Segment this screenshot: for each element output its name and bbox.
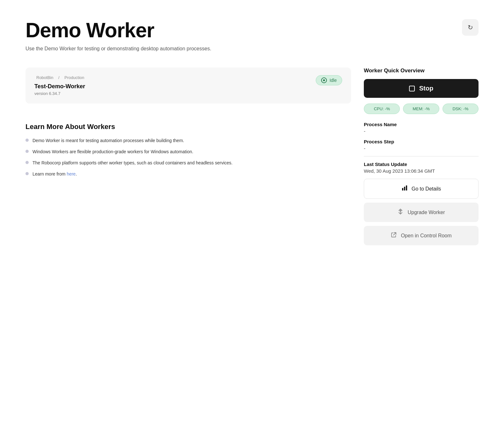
bullet-dot bbox=[25, 172, 29, 175]
page-subtitle: Use the Demo Worker for testing or demon… bbox=[25, 46, 211, 52]
go-to-details-button[interactable]: Go to Details bbox=[364, 179, 479, 199]
stop-button[interactable]: Stop bbox=[364, 79, 479, 98]
bullet-dot bbox=[25, 150, 29, 153]
bullet-text-2: Windows Workers are flexible production-… bbox=[32, 148, 193, 155]
learn-more-section: Learn More About Workers Demo Worker is … bbox=[25, 123, 351, 177]
bullet-list: Demo Worker is meant for testing automat… bbox=[25, 137, 351, 177]
refresh-icon: ↻ bbox=[468, 24, 473, 31]
divider bbox=[364, 156, 479, 156]
list-item: Windows Workers are flexible production-… bbox=[25, 148, 351, 155]
last-status-label: Last Status Update bbox=[364, 162, 479, 167]
open-control-room-button[interactable]: Open in Control Room bbox=[364, 226, 479, 245]
process-name-value: - bbox=[364, 128, 479, 134]
bullet-text-3: The Robocorp platform supports other wor… bbox=[32, 160, 233, 166]
page-title: Demo Worker bbox=[25, 19, 211, 41]
refresh-button[interactable]: ↻ bbox=[462, 19, 479, 36]
worker-name: Test-Demo-Worker bbox=[34, 83, 86, 90]
right-panel: Worker Quick Overview Stop CPU: -% MEM: … bbox=[364, 68, 479, 249]
main-content: RobotBin / Production Test-Demo-Worker v… bbox=[25, 68, 479, 249]
info-section: Process Name - Process Step - Last Statu… bbox=[364, 122, 479, 174]
metrics-row: CPU: -% MEM: -% DSK: -% bbox=[364, 104, 479, 114]
breadcrumb-root: RobotBin bbox=[36, 75, 53, 80]
bullet-text-1: Demo Worker is meant for testing automat… bbox=[32, 137, 184, 144]
last-status-value: Wed, 30 Aug 2023 13:06:34 GMT bbox=[364, 168, 479, 174]
bullet-dot bbox=[25, 139, 29, 142]
page-header: Demo Worker Use the Demo Worker for test… bbox=[25, 19, 479, 52]
breadcrumb-separator: / bbox=[58, 75, 60, 80]
learn-more-link[interactable]: here bbox=[67, 171, 76, 176]
idle-icon bbox=[321, 77, 327, 83]
list-item: Demo Worker is meant for testing automat… bbox=[25, 137, 351, 144]
dsk-metric: DSK: -% bbox=[443, 104, 479, 114]
upgrade-worker-label: Upgrade Worker bbox=[407, 210, 445, 215]
upgrade-icon bbox=[397, 208, 404, 216]
idle-label: Idle bbox=[329, 78, 337, 83]
stop-icon bbox=[409, 86, 415, 91]
quick-overview-title: Worker Quick Overview bbox=[364, 68, 479, 74]
go-to-details-label: Go to Details bbox=[412, 186, 441, 192]
worker-info: RobotBin / Production Test-Demo-Worker v… bbox=[34, 75, 86, 96]
process-name-label: Process Name bbox=[364, 122, 479, 127]
external-link-icon bbox=[391, 232, 397, 240]
cpu-metric: CPU: -% bbox=[364, 104, 400, 114]
stop-label: Stop bbox=[419, 85, 433, 92]
list-item: The Robocorp platform supports other wor… bbox=[25, 160, 351, 166]
bullet-text-4: Learn more from here. bbox=[32, 171, 77, 177]
breadcrumb: RobotBin / Production bbox=[34, 75, 86, 80]
header-left: Demo Worker Use the Demo Worker for test… bbox=[25, 19, 211, 52]
process-step-value: - bbox=[364, 146, 479, 151]
worker-card: RobotBin / Production Test-Demo-Worker v… bbox=[25, 68, 351, 104]
svg-rect-1 bbox=[404, 187, 405, 191]
process-step-label: Process Step bbox=[364, 139, 479, 144]
bullet-dot bbox=[25, 161, 29, 164]
left-panel: RobotBin / Production Test-Demo-Worker v… bbox=[25, 68, 351, 249]
list-item: Learn more from here. bbox=[25, 171, 351, 177]
mem-metric: MEM: -% bbox=[403, 104, 439, 114]
bar-chart-icon bbox=[401, 185, 408, 193]
svg-rect-0 bbox=[402, 188, 403, 191]
idle-badge: Idle bbox=[316, 75, 342, 85]
worker-version: version 6.34.7 bbox=[34, 91, 86, 96]
upgrade-worker-button[interactable]: Upgrade Worker bbox=[364, 203, 479, 222]
svg-rect-2 bbox=[406, 185, 407, 191]
learn-more-title: Learn More About Workers bbox=[25, 123, 351, 131]
worker-card-header: RobotBin / Production Test-Demo-Worker v… bbox=[34, 75, 342, 96]
breadcrumb-child: Production bbox=[64, 75, 84, 80]
open-control-room-label: Open in Control Room bbox=[401, 233, 451, 239]
